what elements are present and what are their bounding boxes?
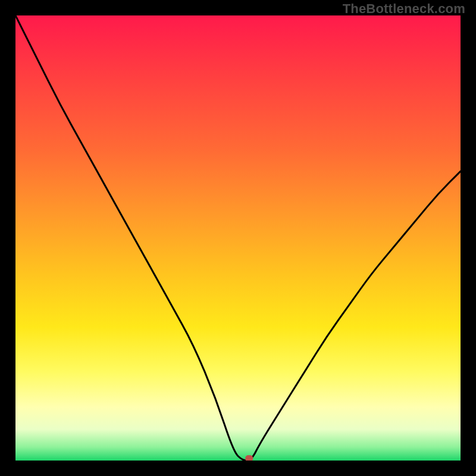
watermark-text: TheBottleneck.com: [343, 1, 465, 17]
curve-svg: [15, 15, 461, 461]
plot-area: [15, 15, 461, 461]
minimum-marker: [245, 455, 253, 461]
chart-frame: TheBottleneck.com: [0, 0, 476, 476]
bottleneck-curve: [15, 15, 461, 461]
